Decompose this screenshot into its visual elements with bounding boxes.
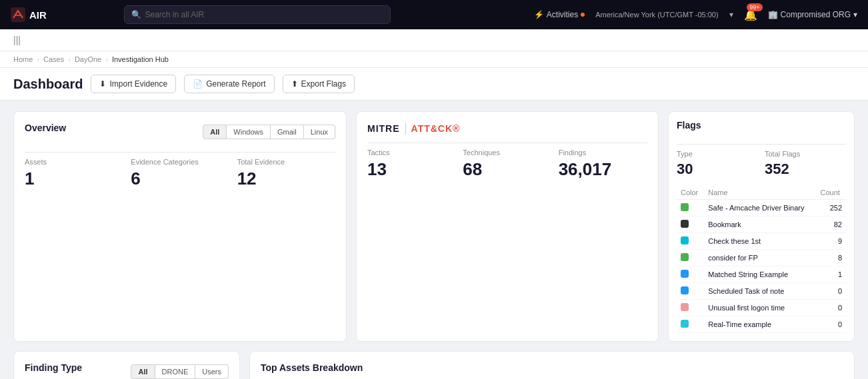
logo-icon — [11, 7, 25, 22]
generate-report-button[interactable]: 📄 Generate Report — [184, 75, 274, 93]
metric-total-evidence: Total Evidence 12 — [237, 158, 335, 189]
tactics-value: 13 — [367, 159, 456, 180]
flag-color-dot — [681, 303, 689, 311]
tab-users[interactable]: Users — [195, 364, 229, 379]
sidebar-toggle[interactable]: ||| — [11, 32, 23, 48]
tab-linux[interactable]: Linux — [304, 125, 335, 139]
flag-color-cell — [677, 233, 704, 250]
flag-row-5: Scheduled Task of note 0 — [677, 283, 846, 300]
mitre-text: MITRE — [367, 123, 400, 134]
sidebar-toggle-row: ||| — [0, 29, 868, 51]
flag-name-cell: Scheduled Task of note — [704, 283, 816, 300]
tab-all[interactable]: All — [203, 125, 227, 139]
metric-evidence-categories-label: Evidence Categories — [131, 158, 229, 166]
document-icon: 📄 — [193, 79, 203, 89]
flags-card: Flags Type 30 Total Flags 352 Color Name — [668, 111, 855, 342]
flag-name-cell: Check these 1st — [704, 233, 816, 250]
finding-type-card: Finding Type All DRONE Users — [13, 351, 240, 379]
attck-text: ATT&CK® — [411, 123, 461, 134]
sep3: › — [105, 55, 108, 63]
flag-row-4: Matched String Example 1 — [677, 266, 846, 283]
flag-name-cell: Bookmark — [704, 216, 816, 233]
assets-header: Top Assets Breakdown — [261, 362, 843, 373]
flag-color-cell — [677, 283, 704, 300]
col-count: Count — [816, 186, 846, 200]
flag-color-cell — [677, 250, 704, 266]
activity-indicator — [581, 13, 585, 17]
search-bar[interactable]: 🔍 Search in all AIR — [124, 5, 391, 24]
mitre-card: MITRE ATT&CK® Tactics 13 Techniques 68 F… — [356, 111, 659, 342]
flag-color-cell — [677, 300, 704, 316]
chevron-down-icon: ▾ — [853, 10, 857, 19]
metric-total-evidence-label: Total Evidence — [237, 158, 335, 166]
flag-row-7: Real-Time example 0 — [677, 316, 846, 333]
tab-windows[interactable]: Windows — [227, 125, 271, 139]
metric-assets: Assets 1 — [25, 158, 123, 189]
main-content: Overview All Windows Gmail Linux Assets … — [0, 101, 868, 379]
flag-count-cell: 8 — [816, 250, 846, 266]
metric-tactics: Tactics 13 — [367, 149, 456, 180]
mitre-metrics: Tactics 13 Techniques 68 Findings 36,017 — [367, 149, 647, 180]
sep2: › — [68, 55, 71, 63]
flag-count-cell: 252 — [816, 200, 846, 216]
nav-right: ⚡ Activities America/New York (UTC/GMT -… — [534, 9, 857, 21]
page-header: Dashboard ⬇ Import Evidence 📄 Generate R… — [0, 68, 868, 101]
flags-header: Flags — [677, 120, 846, 139]
flags-title: Flags — [677, 120, 701, 131]
flag-name-cell: Matched String Example — [704, 266, 816, 283]
flag-row-3: consider for FP 8 — [677, 250, 846, 266]
finding-filter-tabs: All DRONE Users — [131, 364, 229, 379]
mitre-logo: MITRE ATT&CK® — [367, 123, 647, 135]
metric-evidence-categories: Evidence Categories 6 — [131, 158, 229, 189]
findings-label: Findings — [559, 149, 647, 157]
finding-type-header: Finding Type All DRONE Users — [25, 362, 229, 379]
activities-button[interactable]: ⚡ Activities — [534, 10, 585, 19]
flag-color-dot — [681, 236, 689, 244]
top-row: Overview All Windows Gmail Linux Assets … — [13, 111, 855, 342]
flags-total-value: 352 — [765, 161, 846, 178]
flag-row-6: Unusual first logon time 0 — [677, 300, 846, 316]
logo: AIR — [11, 7, 47, 22]
top-assets-card: Top Assets Breakdown 🖥 Win10-0023310,056… — [249, 351, 855, 379]
flag-color-dot — [681, 253, 689, 261]
flags-type-label: Type — [677, 150, 758, 158]
col-color: Color — [677, 186, 704, 200]
techniques-value: 68 — [463, 159, 551, 180]
sep1: › — [37, 55, 39, 63]
assets-title: Top Assets Breakdown — [261, 362, 363, 373]
tab-gmail[interactable]: Gmail — [271, 125, 304, 139]
findings-value: 36,017 — [559, 159, 647, 180]
flags-type: Type 30 — [677, 150, 758, 178]
notification-button[interactable]: 🔔 99+ — [744, 9, 757, 21]
tactics-label: Tactics — [367, 149, 456, 157]
metric-assets-value: 1 — [25, 169, 123, 189]
overview-filter-tabs: All Windows Gmail Linux — [203, 125, 335, 139]
flag-count-cell: 1 — [816, 266, 846, 283]
metric-assets-label: Assets — [25, 158, 123, 166]
flag-row-2: Check these 1st 9 — [677, 233, 846, 250]
building-icon: 🏢 — [768, 10, 778, 19]
flags-total: Total Flags 352 — [765, 150, 846, 178]
metric-techniques: Techniques 68 — [463, 149, 551, 180]
flag-color-dot — [681, 320, 689, 328]
overview-metrics: Assets 1 Evidence Categories 6 Total Evi… — [25, 158, 335, 189]
flag-count-cell: 0 — [816, 283, 846, 300]
col-name: Name — [704, 186, 816, 200]
tab-drone[interactable]: DRONE — [155, 364, 196, 379]
finding-type-title: Finding Type — [25, 362, 82, 373]
import-evidence-button[interactable]: ⬇ Import Evidence — [91, 75, 176, 93]
flags-total-label: Total Flags — [765, 150, 846, 158]
overview-divider — [25, 152, 335, 153]
flag-count-cell: 0 — [816, 316, 846, 333]
flag-name-cell: Real-Time example — [704, 316, 816, 333]
tab-all-finding[interactable]: All — [131, 364, 155, 379]
flag-color-cell — [677, 216, 704, 233]
chevron-down-icon[interactable]: ▾ — [729, 10, 733, 19]
overview-header: Overview All Windows Gmail Linux — [25, 123, 335, 141]
flag-name-cell: Safe - Amcache Driver Binary — [704, 200, 816, 216]
page-title: Dashboard — [13, 77, 83, 92]
export-flags-button[interactable]: ⬆ Export Flags — [283, 75, 355, 93]
compromised-org-button[interactable]: 🏢 Compromised ORG ▾ — [768, 10, 857, 19]
top-nav: AIR 🔍 Search in all AIR ⚡ Activities Ame… — [0, 0, 868, 29]
flag-color-cell — [677, 316, 704, 333]
